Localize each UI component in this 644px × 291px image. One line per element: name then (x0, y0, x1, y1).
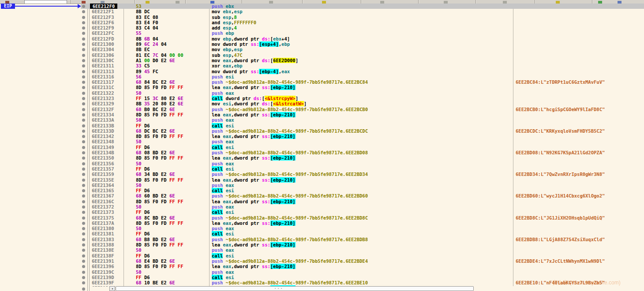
breakpoint-bullet[interactable] (82, 232, 85, 235)
disasm-row[interactable]: 6EE212FC55push ebp (0, 30, 644, 36)
breakpoint-bullet[interactable] (82, 26, 85, 30)
disasm-row[interactable]: 6EE2139168 E4 BD E2 6Epush ~$doc-ad9b812… (0, 258, 644, 264)
breakpoint-bullet[interactable] (82, 194, 85, 198)
disasm-row[interactable]: 6EE2131C8D 85 F0 FD FF FFlea eax,dword p… (0, 85, 644, 90)
breakpoint-bullet[interactable] (82, 168, 85, 171)
breakpoint-bullet[interactable] (82, 276, 85, 279)
breakpoint-bullet[interactable] (82, 222, 85, 225)
breakpoint-bullet[interactable] (82, 271, 85, 274)
breakpoint-bullet[interactable] (82, 54, 85, 57)
breakpoint-bullet[interactable] (82, 75, 85, 78)
disasm-row[interactable]: 6EE212F683 E4 F0and esp,FFFFFFF0 (0, 20, 644, 25)
disasm-row[interactable]: 6EE212F383 EC 08sub esp,8 (0, 15, 644, 20)
breakpoint-bullet[interactable] (82, 205, 85, 209)
breakpoint-bullet[interactable] (82, 64, 85, 67)
breakpoint-bullet[interactable] (82, 140, 85, 143)
breakpoint-bullet[interactable] (82, 211, 85, 214)
breakpoint-bullet[interactable] (82, 59, 85, 62)
disasm-row[interactable]: 6EE2132250push eax (0, 90, 644, 96)
disasm-row[interactable]: 6EE2134B68 08 BD E2 6Epush ~$doc-ad9b812… (0, 150, 644, 155)
disasm-row[interactable]: 6EE21323FF 15 3C 80 E2 6Ecall dword ptr … (0, 96, 644, 101)
breakpoint-bullet[interactable] (82, 162, 85, 165)
breakpoint-bullet[interactable] (82, 254, 85, 257)
disasm-row[interactable]: 6EE2131768 84 BC E2 6Epush ~$doc-ad9b812… (0, 79, 644, 85)
disasm-row[interactable]: 6EE213888D 85 F0 FD FF FFlea eax,dword p… (0, 242, 644, 247)
toolbar-combobox-stub[interactable] (24, 0, 67, 4)
disasm-row[interactable]: 6EE213348D 85 F0 FD FF FFlea eax,dword p… (0, 112, 644, 117)
disasm-row[interactable]: 6EE213428D 85 F0 FD FF FFlea eax,dword p… (0, 134, 644, 139)
disasm-row[interactable]: 6EE2139C50push eax (0, 269, 644, 275)
horizontal-scrollbar[interactable]: ··· (116, 286, 474, 291)
disasm-row[interactable]: 6EE212FD8B 6B 04mov ebp,dword ptr ds:[eb… (0, 36, 644, 41)
disasm-row[interactable]: 6EE21365FF D6call esi (0, 188, 644, 193)
breakpoint-bullet[interactable] (82, 260, 85, 263)
breakpoint-bullet[interactable] (82, 146, 85, 149)
breakpoint-bullet[interactable] (82, 37, 85, 41)
breakpoint-bullet[interactable] (82, 32, 85, 35)
breakpoint-bullet[interactable] (82, 249, 85, 252)
breakpoint-bullet[interactable] (82, 92, 85, 95)
disasm-row[interactable]: 6EE2135650push eax (0, 161, 644, 166)
breakpoint-bullet[interactable] (82, 97, 85, 100)
disasm-row[interactable]: 6EE2130CA1 00 D0 E2 6Emov eax,dword ptr … (0, 58, 644, 63)
breakpoint-bullet[interactable] (82, 119, 85, 122)
disasm-row[interactable]: 6EE2137250push eax (0, 204, 644, 209)
disasm-row[interactable]: 6EE2136450push eax (0, 183, 644, 188)
breakpoint-bullet[interactable] (82, 108, 85, 111)
breakpoint-bullet[interactable] (82, 21, 85, 24)
disasm-row[interactable]: 6EE2131656push esi (0, 74, 644, 79)
breakpoint-bullet[interactable] (82, 287, 85, 291)
breakpoint-bullet[interactable] (82, 157, 85, 160)
scroll-left-button[interactable]: ◂ (109, 286, 115, 291)
disasm-row[interactable]: 6EE2131389 45 FCmov dword ptr ss:[ebp-4]… (0, 69, 644, 74)
disasm-row[interactable]: 6EE2136C8D 85 F0 FD FF FFlea eax,dword p… (0, 199, 644, 204)
disasm-row[interactable]: 6EE2135968 34 BD E2 6Epush ~$doc-ad9b812… (0, 172, 644, 177)
disasm-row[interactable]: 6EE2134850push eax (0, 139, 644, 144)
disasm-row[interactable]: 6EE2139F68 10 BE E2 6Epush ~$doc-ad9b812… (0, 280, 644, 285)
disasm-row[interactable]: 6EE2138E50push eax (0, 247, 644, 253)
breakpoint-bullet[interactable] (82, 173, 85, 176)
disasm-row[interactable]: 6EE2133BFF D6call esi (0, 123, 644, 128)
disasm-row[interactable]: 6EE21381FF D6call esi (0, 231, 644, 236)
breakpoint-bullet[interactable] (82, 113, 85, 116)
breakpoint-bullet[interactable] (82, 10, 85, 13)
breakpoint-bullet[interactable] (82, 43, 85, 46)
breakpoint-bullet[interactable] (82, 281, 85, 284)
disasm-row[interactable]: 6EE21349FF D6call esi (0, 145, 644, 150)
breakpoint-bullet[interactable] (82, 48, 85, 51)
breakpoint-bullet[interactable] (82, 227, 85, 230)
disasm-row[interactable]: 6EE2139DFF D6call esi (0, 275, 644, 280)
breakpoint-bullet[interactable] (82, 200, 85, 203)
disasm-row[interactable]: 6EE2137568 8C BD E2 6Epush ~$doc-ad9b812… (0, 215, 644, 220)
disasm-row[interactable]: 6EE213298B 35 20 80 E2 6Emov esi,dword p… (0, 101, 644, 106)
breakpoint-bullet[interactable] (82, 102, 85, 105)
disasm-row[interactable]: 6EE2130089 6C 24 04mov dword ptr ss:[esp… (0, 41, 644, 47)
disasm-row[interactable]: 6EE213508D 85 F0 FD FF FFlea eax,dword p… (0, 155, 644, 160)
disasm-row[interactable]: 6EE212F053push ebx (0, 4, 644, 9)
disasm-row[interactable]: 6EE212F983 C4 04add esp,4 (0, 25, 644, 30)
breakpoint-bullet[interactable] (82, 243, 85, 246)
disasm-row[interactable]: 6EE2138050push eax (0, 226, 644, 231)
breakpoint-bullet[interactable] (82, 216, 85, 220)
breakpoint-bullet[interactable] (82, 124, 85, 127)
disasm-row[interactable]: 6EE213048B ECmov ebp,esp (0, 47, 644, 52)
disasm-row[interactable]: 6EE2136768 60 BD E2 6Epush ~$doc-ad9b812… (0, 193, 644, 198)
breakpoint-bullet[interactable] (82, 135, 85, 138)
disasm-row[interactable]: 6EE21373FF D6call esi (0, 209, 644, 215)
disasm-row[interactable]: 6EE21357FF D6call esi (0, 166, 644, 172)
breakpoint-bullet[interactable] (82, 5, 85, 8)
breakpoint-bullet[interactable] (82, 184, 85, 187)
breakpoint-bullet[interactable] (82, 179, 85, 182)
disasm-row[interactable]: 6EE2133D68 DC BC E2 6Epush ~$doc-ad9b812… (0, 128, 644, 134)
breakpoint-bullet[interactable] (82, 81, 85, 84)
disasm-row[interactable]: 6EE213968D 85 F0 FD FF FFlea eax,dword p… (0, 264, 644, 269)
disasm-row[interactable]: 6EE2133A50push eax (0, 117, 644, 123)
breakpoint-bullet[interactable] (82, 189, 85, 192)
disasm-row[interactable]: 6EE2138FFF D6call esi (0, 253, 644, 258)
disasm-row[interactable]: 6EE2135E8D 85 F0 FD FF FFlea eax,dword p… (0, 177, 644, 183)
disasm-row[interactable]: 6EE2132F68 B0 BC E2 6Epush ~$doc-ad9b812… (0, 107, 644, 112)
breakpoint-bullet[interactable] (82, 86, 85, 89)
disasm-row[interactable]: 6EE2137A8D 85 F0 FD FF FFlea eax,dword p… (0, 220, 644, 226)
disasm-row[interactable]: 6EE2131133 C5xor eax,ebp (0, 63, 644, 68)
breakpoint-bullet[interactable] (82, 70, 85, 73)
